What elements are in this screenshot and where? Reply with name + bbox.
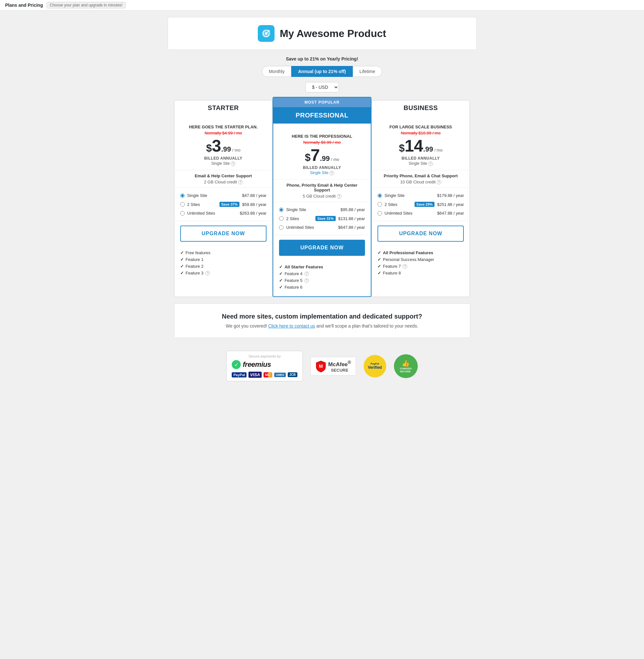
price-row-professional: $ 7 .99 / mo — [279, 147, 365, 163]
plan-card-professional: MOST POPULAR PROFESSIONAL HERE IS THE PR… — [273, 97, 371, 297]
feature-help-icon[interactable]: ? — [402, 264, 407, 269]
option-price: $95.88 / year — [341, 207, 365, 212]
radio-starter-1[interactable] — [180, 193, 185, 198]
billed-text-starter: BILLED ANNUALLY — [180, 156, 267, 161]
option-price: $131.88 / year — [338, 216, 365, 221]
radio-pro-3[interactable] — [279, 225, 283, 230]
question-icon-professional[interactable]: ? — [329, 171, 334, 175]
plan-options-professional: Single Site $95.88 / year 2 Sites Save 3… — [273, 202, 371, 235]
paypal-badge: PayPal — [232, 372, 247, 377]
radio-business-2[interactable] — [377, 202, 382, 207]
plan-options-business: Single Site $179.88 / year 2 Sites Save … — [372, 188, 470, 221]
comodo-secure-text: COMODOSECURE — [400, 367, 412, 373]
paypal-verified-box: PayPal Verified — [364, 355, 386, 377]
price-period-business: / mo — [435, 148, 442, 152]
radio-starter-3[interactable] — [180, 211, 185, 216]
feature-item: ✓ Feature 6 — [279, 284, 365, 290]
question-icon-business[interactable]: ? — [428, 162, 433, 166]
option-price: $647.88 / year — [338, 225, 365, 230]
jcb-badge: JCB — [288, 372, 297, 377]
features-list-business: ✓ All Professional Features ✓ Personal S… — [372, 246, 470, 282]
page-wrap: My Awesome Product Save up to 21% on Yea… — [168, 17, 477, 397]
price-row-starter: $ 3 .99 / mo — [180, 137, 267, 154]
price-decimal-starter: .99 — [221, 145, 231, 154]
price-decimal-business: .99 — [423, 145, 433, 154]
plan-description-professional: HERE IS THE PROFESSIONAL — [279, 134, 365, 139]
save-badge-business-2: Save 29% — [415, 202, 435, 207]
option-price: $251.88 / year — [437, 202, 464, 207]
admin-bar-subtitle: Choose your plan and upgrade in minutes! — [47, 2, 125, 8]
single-site-professional: Single Site ? — [279, 170, 365, 175]
feature-help-icon[interactable]: ? — [304, 272, 309, 276]
visa-badge: VISA — [249, 372, 261, 378]
feature-help-icon[interactable]: ? — [205, 271, 210, 276]
radio-starter-2[interactable] — [180, 202, 185, 207]
bottom-cta-text: We got you covered! Click here to contac… — [183, 323, 461, 329]
currency-select[interactable]: $ - USD € - EUR £ - GBP — [305, 82, 339, 92]
freemius-box: Secure payments by ✓ freemius PayPal VIS… — [226, 351, 303, 381]
cloud-help-professional[interactable]: ? — [337, 194, 342, 198]
upgrade-button-business[interactable]: UPGRADE NOW — [377, 226, 464, 242]
paypal-verified-text: PayPal — [371, 362, 379, 365]
feature-help-icon[interactable]: ? — [304, 278, 309, 283]
price-dollar-professional: $ — [305, 151, 310, 163]
option-label: Single Site — [187, 193, 240, 198]
tab-lifetime[interactable]: Lifetime — [353, 66, 382, 77]
cloud-credit-starter: 2 GB Cloud credit ? — [175, 179, 273, 188]
plan-description-starter: HERE GOES THE STARTER PLAN. — [180, 124, 267, 130]
radio-pro-1[interactable] — [279, 208, 283, 212]
freemius-icon: ✓ — [232, 360, 241, 369]
feature-item: ✓ All Starter Features — [279, 263, 365, 270]
admin-bar: Plans and Pricing Choose your plan and u… — [0, 0, 644, 10]
tab-annual[interactable]: Annual (up to 21% off) — [291, 66, 353, 77]
bottom-cta-suffix: and we'll scope a plan that's tailored t… — [316, 323, 418, 329]
price-period-professional: / mo — [331, 157, 339, 162]
secure-payments: Secure payments by ✓ freemius PayPal VIS… — [168, 344, 477, 391]
comodo-box: 👍 COMODOSECURE — [394, 354, 418, 378]
radio-business-3[interactable] — [377, 211, 382, 216]
option-label: Unlimited Sites — [385, 211, 435, 216]
option-row: 2 Sites Save 29% $251.88 / year — [377, 200, 464, 209]
plan-card-business: BUSINESS FOR LARGE SCALE BUSINESS Normal… — [371, 100, 470, 297]
payment-methods: PayPal VISA MC AMEX JCB — [232, 372, 297, 378]
plan-header-professional: HERE IS THE PROFESSIONAL Normally $9.99 … — [273, 123, 371, 180]
price-row-business: $ 14 .99 / mo — [377, 137, 464, 154]
feature-item: ✓ Feature 8 — [377, 269, 464, 276]
mcafee-secure-text: SECURE — [328, 368, 351, 373]
support-text-business: Priority Phone, Email & Chat Support — [372, 170, 470, 179]
tab-monthly[interactable]: Monthly — [262, 66, 291, 77]
cloud-help-starter[interactable]: ? — [238, 180, 243, 184]
features-list-professional: ✓ All Starter Features ✓ Feature 4 ? ✓ F… — [273, 260, 371, 296]
cloud-help-business[interactable]: ? — [437, 180, 441, 184]
plan-name-professional: PROFESSIONAL — [273, 107, 371, 123]
feature-item: ✓ Free features — [180, 250, 267, 256]
upgrade-button-starter[interactable]: UPGRADE NOW — [180, 226, 267, 242]
header-card: My Awesome Product — [168, 17, 477, 50]
upgrade-button-professional[interactable]: UPGRADE NOW — [279, 240, 365, 256]
option-price: $263.88 / year — [240, 211, 267, 216]
support-text-starter: Email & Help Center Support — [175, 170, 273, 179]
contact-us-link[interactable]: Click here to contact us — [268, 323, 315, 329]
upgrade-btn-wrap-business: UPGRADE NOW — [372, 221, 470, 246]
option-row: Single Site $179.88 / year — [377, 191, 464, 200]
radio-pro-2[interactable] — [279, 216, 283, 221]
svg-text:M: M — [319, 363, 323, 369]
question-icon-starter[interactable]: ? — [231, 162, 235, 166]
option-row: Unlimited Sites $647.88 / year — [377, 209, 464, 217]
feature-item: ✓ Personal Success Manager — [377, 256, 464, 263]
option-price: $647.88 / year — [437, 211, 464, 216]
option-price: $47.88 / year — [242, 193, 267, 198]
option-row: Unlimited Sites $647.88 / year — [279, 223, 365, 232]
option-row: 2 Sites Save 31% $131.88 / year — [279, 214, 365, 223]
freemius-name: freemius — [243, 360, 271, 369]
option-label: Single Site — [286, 207, 338, 212]
paypal-verified-label: Verified — [368, 365, 382, 370]
radio-business-1[interactable] — [377, 193, 382, 198]
save-badge-pro-2: Save 31% — [315, 216, 336, 221]
freemius-title: Secure payments by — [232, 354, 297, 358]
feature-item: ✓ Feature 4 ? — [279, 270, 365, 277]
plan-header-starter: HERE GOES THE STARTER PLAN. Normally $4.… — [175, 114, 273, 170]
option-label: 2 Sites — [187, 202, 217, 207]
billed-text-business: BILLED ANNUALLY — [377, 156, 464, 161]
cloud-credit-professional: 5 GB Cloud credit ? — [273, 193, 371, 202]
